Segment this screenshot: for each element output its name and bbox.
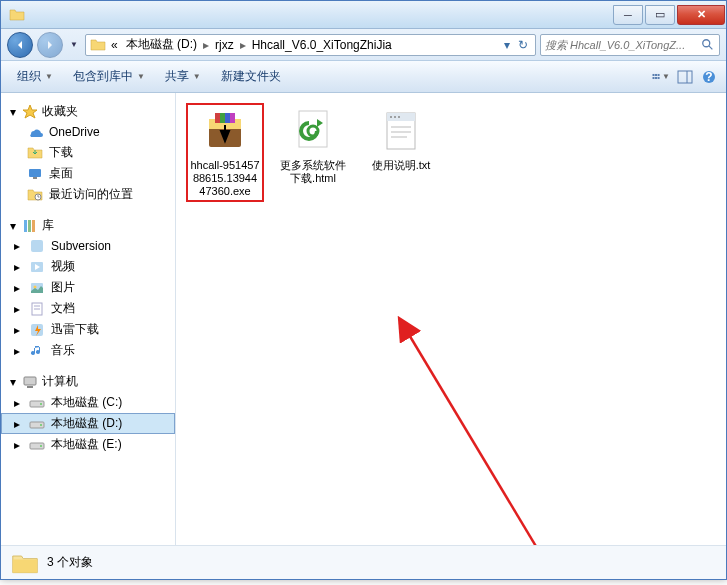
sidebar-item-recent[interactable]: 最近访问的位置 [1, 184, 175, 205]
svg-rect-12 [29, 169, 41, 177]
expand-icon[interactable]: ▸ [11, 261, 22, 272]
sidebar-item-thunder[interactable]: ▸迅雷下载 [1, 319, 175, 340]
expand-icon[interactable]: ▸ [11, 324, 22, 335]
svg-line-1 [709, 45, 713, 49]
svg-point-48 [394, 116, 396, 118]
search-box[interactable] [540, 34, 720, 56]
annotation-arrow [398, 323, 598, 545]
file-item-html[interactable]: 更多系统软件下载.html [274, 103, 352, 202]
folder-icon [9, 7, 25, 23]
address-dropdown[interactable]: ▾ [501, 38, 513, 52]
svg-point-31 [40, 424, 42, 426]
breadcrumb-overflow[interactable]: « [108, 38, 121, 52]
svg-rect-8 [678, 71, 692, 83]
minimize-button[interactable]: ─ [613, 5, 643, 25]
svg-point-49 [398, 116, 400, 118]
expand-icon[interactable]: ▸ [11, 282, 22, 293]
svg-rect-7 [658, 77, 660, 79]
forward-button[interactable] [37, 32, 63, 58]
navigation-pane: ▾ 收藏夹 OneDrive 下载 桌面 最近访问的位置 ▾ 库 ▸Subver… [1, 93, 176, 545]
sidebar-item-onedrive[interactable]: OneDrive [1, 122, 175, 142]
back-button[interactable] [7, 32, 33, 58]
sidebar-item-drive-c[interactable]: ▸本地磁盘 (C:) [1, 392, 175, 413]
breadcrumb[interactable]: « 本地磁盘 (D:) ▸ rjxz ▸ Hhcall_V6.0_XiTongZ… [85, 34, 536, 56]
favorites-group: ▾ 收藏夹 OneDrive 下载 桌面 最近访问的位置 [1, 101, 175, 205]
txt-icon [377, 107, 425, 155]
docs-icon [29, 301, 45, 317]
drive-icon [29, 416, 45, 432]
html-icon [289, 107, 337, 155]
svg-rect-15 [24, 220, 27, 232]
expand-icon[interactable]: ▸ [11, 418, 22, 429]
file-item-exe[interactable]: hhcall-95145788615.1394447360.exe [186, 103, 264, 202]
sidebar-item-subversion[interactable]: ▸Subversion [1, 236, 175, 256]
organize-button[interactable]: 组织▼ [9, 64, 61, 89]
expand-icon[interactable]: ▸ [11, 241, 22, 252]
collapse-icon[interactable]: ▾ [7, 106, 18, 117]
refresh-button[interactable]: ↻ [515, 38, 531, 52]
download-icon [27, 145, 43, 161]
libraries-group: ▾ 库 ▸Subversion ▸视频 ▸图片 ▸文档 ▸迅雷下载 ▸音乐 [1, 215, 175, 361]
folder-icon [11, 549, 39, 577]
drive-icon [29, 395, 45, 411]
expand-icon[interactable]: ▸ [11, 303, 22, 314]
svg-rect-2 [653, 73, 655, 75]
svg-rect-38 [225, 113, 230, 123]
breadcrumb-item[interactable]: rjxz [212, 38, 237, 52]
computer-group: ▾ 计算机 ▸本地磁盘 (C:) ▸本地磁盘 (D:) ▸本地磁盘 (E:) [1, 371, 175, 455]
sidebar-item-music[interactable]: ▸音乐 [1, 340, 175, 361]
svg-rect-6 [655, 77, 657, 79]
chevron-right-icon: ▸ [239, 38, 247, 52]
explorer-window: ─ ▭ ✕ ▼ « 本地磁盘 (D:) ▸ rjxz ▸ Hhcall_V6.0… [0, 0, 727, 580]
libraries-header[interactable]: ▾ 库 [1, 215, 175, 236]
library-icon [22, 218, 38, 234]
view-options-button[interactable]: ▼ [652, 68, 670, 86]
collapse-icon[interactable]: ▾ [7, 220, 18, 231]
include-in-library-button[interactable]: 包含到库中▼ [65, 64, 153, 89]
expand-icon[interactable]: ▸ [11, 439, 22, 450]
svg-point-33 [40, 445, 42, 447]
close-button[interactable]: ✕ [677, 5, 725, 25]
help-button[interactable]: ? [700, 68, 718, 86]
favorites-header[interactable]: ▾ 收藏夹 [1, 101, 175, 122]
sidebar-item-drive-d[interactable]: ▸本地磁盘 (D:) [1, 413, 175, 434]
new-folder-button[interactable]: 新建文件夹 [213, 64, 289, 89]
computer-header[interactable]: ▾ 计算机 [1, 371, 175, 392]
sidebar-item-desktop[interactable]: 桌面 [1, 163, 175, 184]
svg-rect-27 [27, 386, 33, 388]
svg-text:?: ? [705, 70, 712, 84]
file-name-label: 更多系统软件下载.html [278, 159, 348, 185]
sidebar-item-videos[interactable]: ▸视频 [1, 256, 175, 277]
collapse-icon[interactable]: ▾ [7, 376, 18, 387]
nav-history-dropdown[interactable]: ▼ [67, 32, 81, 58]
drive-icon [29, 437, 45, 453]
sidebar-item-pictures[interactable]: ▸图片 [1, 277, 175, 298]
video-icon [29, 259, 45, 275]
maximize-button[interactable]: ▭ [645, 5, 675, 25]
sidebar-item-downloads[interactable]: 下载 [1, 142, 175, 163]
titlebar[interactable]: ─ ▭ ✕ [1, 1, 726, 29]
svg-line-50 [408, 333, 558, 545]
breadcrumb-item[interactable]: Hhcall_V6.0_XiTongZhiJia [249, 38, 395, 52]
search-input[interactable] [545, 39, 697, 51]
svg-point-47 [390, 116, 392, 118]
toolbar: 组织▼ 包含到库中▼ 共享▼ 新建文件夹 ▼ ? [1, 61, 726, 93]
expand-icon[interactable]: ▸ [11, 397, 22, 408]
computer-icon [22, 374, 38, 390]
star-icon [22, 104, 38, 120]
svn-icon [29, 238, 45, 254]
svg-rect-4 [658, 73, 660, 75]
breadcrumb-item[interactable]: 本地磁盘 (D:) [123, 36, 200, 53]
pictures-icon [29, 280, 45, 296]
sidebar-item-drive-e[interactable]: ▸本地磁盘 (E:) [1, 434, 175, 455]
preview-pane-button[interactable] [676, 68, 694, 86]
expand-icon[interactable]: ▸ [11, 345, 22, 356]
share-button[interactable]: 共享▼ [157, 64, 209, 89]
chevron-right-icon: ▸ [202, 38, 210, 52]
file-name-label: hhcall-95145788615.1394447360.exe [190, 159, 260, 198]
svg-point-0 [703, 39, 710, 46]
explorer-body: ▾ 收藏夹 OneDrive 下载 桌面 最近访问的位置 ▾ 库 ▸Subver… [1, 93, 726, 545]
sidebar-item-documents[interactable]: ▸文档 [1, 298, 175, 319]
file-list[interactable]: hhcall-95145788615.1394447360.exe 更多系统软件… [176, 93, 726, 545]
file-item-txt[interactable]: 使用说明.txt [362, 103, 440, 202]
